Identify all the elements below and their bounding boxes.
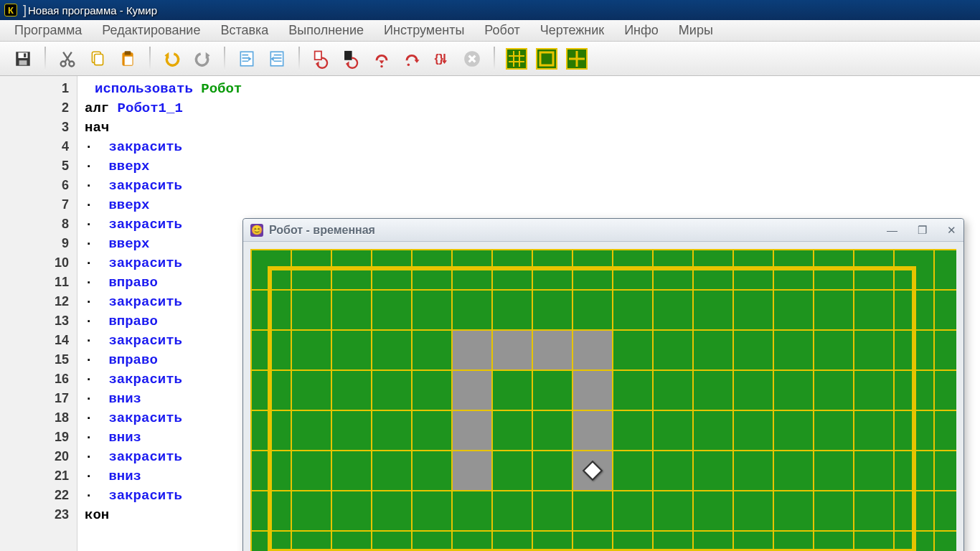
robot-window-titlebar[interactable]: 😊 Робот - временная — ❐ ✕ (243, 219, 963, 242)
title-bracket: ] (23, 3, 27, 18)
indent-out-button[interactable] (264, 46, 290, 72)
code-text: ·закрасить (77, 139, 980, 155)
line-number: 10 (0, 255, 77, 270)
toolbar-separator (44, 47, 46, 71)
painted-cell (573, 411, 612, 450)
svg-rect-10 (125, 56, 133, 65)
line-number: 2 (0, 100, 77, 116)
toolbar-separator (298, 47, 300, 71)
menu-item[interactable]: Вставка (220, 23, 268, 38)
robot-grid[interactable] (250, 249, 956, 551)
line-number: 21 (0, 468, 77, 484)
menu-item[interactable]: Инструменты (384, 23, 464, 38)
svg-rect-9 (125, 51, 131, 55)
line-number: 13 (0, 314, 77, 329)
copy-button[interactable] (85, 46, 110, 72)
stop-button[interactable] (459, 46, 485, 72)
code-text: нач (77, 120, 980, 136)
window-titlebar: К ] Новая программа - Кумир (0, 0, 980, 20)
robot-cross-button[interactable] (564, 46, 590, 72)
svg-point-16 (407, 63, 410, 66)
save-button[interactable] (10, 46, 36, 72)
svg-text:{}: {} (435, 51, 444, 64)
svg-point-4 (61, 61, 66, 66)
code-text: использовать Робот (77, 81, 980, 97)
run-step-button[interactable] (308, 46, 334, 72)
maximize-button[interactable]: ❐ (918, 224, 927, 237)
code-line[interactable]: 5·вверх (0, 156, 980, 176)
redo-button[interactable] (189, 46, 215, 72)
painted-cell (453, 331, 491, 369)
robot-window-controls: — ❐ ✕ (887, 224, 956, 237)
run-to-cursor-button[interactable] (339, 46, 364, 72)
indent-in-button[interactable] (234, 46, 260, 72)
line-number: 17 (0, 391, 77, 406)
close-button[interactable]: ✕ (947, 224, 956, 237)
svg-point-15 (380, 65, 383, 67)
menu-item[interactable]: Выполнение (288, 23, 364, 38)
robot-wall-button[interactable] (534, 46, 560, 72)
code-line[interactable]: 3нач (0, 118, 980, 137)
app-icon: К (4, 4, 17, 17)
code-line[interactable]: 1использовать Робот (0, 79, 980, 98)
menu-item[interactable]: Программа (14, 23, 82, 38)
code-text: ·вверх (77, 197, 980, 213)
minimize-button[interactable]: — (887, 224, 897, 237)
robot-field-window[interactable]: 😊 Робот - временная — ❐ ✕ (242, 218, 964, 551)
painted-cell (573, 331, 612, 369)
step-over-button[interactable] (399, 46, 425, 72)
menu-item[interactable]: Миры (679, 23, 713, 38)
grid-icon (506, 48, 527, 70)
line-number: 20 (0, 449, 77, 464)
painted-cell (493, 331, 532, 369)
step-into-button[interactable] (369, 46, 395, 72)
line-number: 16 (0, 372, 77, 387)
code-line[interactable]: 6·закрасить (0, 176, 980, 195)
paste-button[interactable] (115, 46, 141, 72)
code-text: алг Робот1_1 (77, 100, 980, 116)
step-out-button[interactable]: {} (429, 46, 455, 72)
square-outline-icon (536, 48, 557, 70)
code-editor[interactable]: 1использовать Робот2алг Робот1_13нач4·за… (0, 76, 980, 551)
svg-rect-13 (315, 51, 321, 60)
menu-item[interactable]: Чертежник (540, 23, 604, 38)
svg-rect-2 (19, 60, 27, 65)
robot-grid-button[interactable] (504, 46, 529, 72)
line-number: 6 (0, 178, 77, 193)
line-number: 9 (0, 236, 77, 251)
window-title: Новая программа - Кумир (28, 4, 157, 17)
robot-window-title: Робот - временная (269, 224, 375, 237)
line-number: 23 (0, 507, 77, 522)
toolbar-separator (224, 47, 225, 71)
code-line[interactable]: 7·вверх (0, 195, 980, 215)
code-line[interactable]: 4·закрасить (0, 137, 980, 156)
line-number: 4 (0, 139, 77, 154)
cut-button[interactable] (55, 46, 80, 72)
menu-item[interactable]: Робот (484, 23, 519, 38)
svg-rect-19 (540, 52, 553, 65)
svg-rect-7 (95, 54, 103, 65)
line-number: 15 (0, 352, 77, 367)
menu-bar: ПрограммаРедактированиеВставкаВыполнение… (0, 20, 980, 42)
painted-cell (573, 371, 612, 410)
robot-window-icon: 😊 (250, 224, 263, 237)
line-number: 1 (0, 81, 77, 96)
svg-point-5 (69, 61, 74, 66)
undo-button[interactable] (159, 46, 185, 72)
code-line[interactable]: 2алг Робот1_1 (0, 98, 980, 118)
line-number: 8 (0, 217, 77, 232)
line-number: 22 (0, 488, 77, 503)
svg-rect-1 (19, 52, 28, 58)
menu-item[interactable]: Редактирование (102, 23, 200, 38)
svg-marker-20 (583, 461, 602, 480)
line-number: 19 (0, 430, 77, 445)
line-number: 14 (0, 333, 77, 348)
toolbar: {} (0, 42, 980, 76)
line-number: 18 (0, 410, 77, 425)
svg-rect-14 (345, 51, 352, 60)
line-number: 3 (0, 120, 77, 135)
toolbar-separator (494, 47, 495, 71)
toolbar-separator (149, 47, 151, 71)
painted-cell (453, 371, 491, 410)
menu-item[interactable]: Инфо (624, 23, 659, 38)
